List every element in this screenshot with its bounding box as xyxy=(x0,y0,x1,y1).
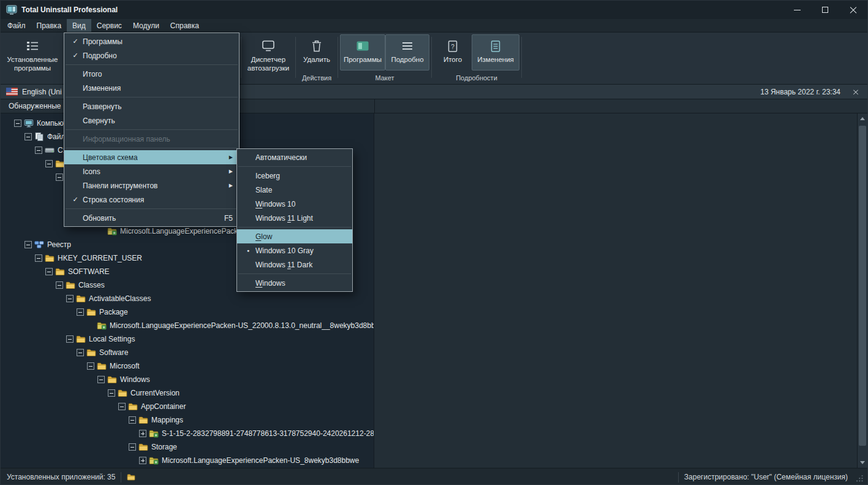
submenu-arrow-icon: ▶ xyxy=(222,183,233,188)
collapse-icon[interactable] xyxy=(56,281,63,289)
view-menu-item-changes[interactable]: Изменения xyxy=(64,81,239,95)
scheme-menu-separator xyxy=(238,227,351,227)
view-menu-item-status-bar[interactable]: ✓Строка состояния xyxy=(64,193,239,207)
view-menu-item-expand-all[interactable]: Развернуть xyxy=(64,99,239,113)
autorun-manager-button[interactable]: Диспетчер автозагрузки xyxy=(243,34,293,74)
view-menu-item-color-scheme[interactable]: Цветовая схема▶ xyxy=(64,150,239,164)
toolbar-group-installed: Установленные программы xyxy=(3,34,62,84)
scheme-menu-item-slate[interactable]: Slate xyxy=(237,183,352,197)
tree-row[interactable]: CurrentVersion xyxy=(1,386,374,400)
tree-row[interactable]: AppContainer xyxy=(1,400,374,413)
collapse-icon[interactable] xyxy=(77,349,84,356)
close-button[interactable] xyxy=(839,1,867,19)
view-menu-item-info-panel[interactable]: Информационная панель xyxy=(64,132,239,146)
tree-row[interactable]: Microsoft.LanguageExperiencePacken-US_22… xyxy=(1,319,374,332)
scrollbar-thumb[interactable] xyxy=(859,126,866,446)
tree-row[interactable]: S-1-15-2-2832798891-2748778613-317875294… xyxy=(1,427,374,440)
maximize-button[interactable] xyxy=(811,1,839,19)
vertical-scrollbar[interactable] xyxy=(857,113,867,468)
expand-icon[interactable] xyxy=(139,457,146,464)
tree-item-label: Microsoft.LanguageExperiencePack xyxy=(120,227,238,235)
language-selector[interactable]: English (Uni xyxy=(22,88,62,96)
toolbar-group-layout: Программы Подробно Макет xyxy=(340,34,429,84)
collapse-icon[interactable] xyxy=(45,268,53,275)
details-toggle-label: Подробно xyxy=(391,55,423,64)
infobar-close-button[interactable] xyxy=(850,86,861,97)
collapse-icon[interactable] xyxy=(97,376,105,383)
programs-toggle-button[interactable]: Программы xyxy=(340,34,385,71)
collapse-icon[interactable] xyxy=(14,120,21,127)
scheme-menu-item-label: Windows 11 Light xyxy=(255,214,339,223)
menubar-item-file[interactable]: Файл xyxy=(2,19,31,32)
menubar-item-tools[interactable]: Сервис xyxy=(91,19,127,32)
scheme-menu-item-iceberg[interactable]: Iceberg xyxy=(237,169,352,183)
collapse-icon[interactable] xyxy=(45,160,53,167)
menubar-item-edit[interactable]: Правка xyxy=(31,19,67,32)
tree-item-label: Local Settings xyxy=(89,335,135,343)
scheme-menu-item-glow[interactable]: Glow xyxy=(237,229,352,243)
collapse-icon[interactable] xyxy=(35,147,42,154)
resize-grip-icon[interactable] xyxy=(855,474,864,483)
scroll-down-button[interactable] xyxy=(858,457,867,468)
collapse-icon[interactable] xyxy=(129,443,136,451)
view-menu-item-toolbars[interactable]: Панели инструментов▶ xyxy=(64,178,239,193)
scheme-menu-item-windows-11-light[interactable]: Windows 11 Light xyxy=(237,211,352,225)
collapse-icon[interactable] xyxy=(87,362,94,370)
tree-row[interactable]: Windows xyxy=(1,373,374,386)
collapse-icon[interactable] xyxy=(56,174,63,181)
tree-row[interactable]: Microsoft xyxy=(1,359,374,373)
changes-toggle-button[interactable]: Изменения xyxy=(472,34,519,71)
collapse-icon[interactable] xyxy=(118,403,126,410)
monitor-datetime: 13 Январь 2022 г. 23:34 xyxy=(760,88,840,96)
total-doc-icon: ? xyxy=(447,38,458,54)
collapse-icon[interactable] xyxy=(77,308,84,316)
view-menu-item-programs[interactable]: ✓Программы xyxy=(64,34,239,48)
collapse-icon[interactable] xyxy=(129,416,136,424)
tree-row[interactable]: Package xyxy=(1,305,374,319)
scheme-menu-item-windows[interactable]: Windows xyxy=(237,276,352,290)
view-menu-item-details[interactable]: ✓Подробно xyxy=(64,48,239,63)
scheme-menu-item-label: Windows 10 xyxy=(255,200,339,208)
collapse-icon[interactable] xyxy=(108,389,115,397)
view-menu-item-icons[interactable]: Icons▶ xyxy=(64,164,239,178)
tree-item-label: Classes xyxy=(78,281,105,289)
details-toggle-button[interactable]: Подробно xyxy=(385,34,429,71)
collapse-icon[interactable] xyxy=(35,254,42,262)
view-menu-item-label: Свернуть xyxy=(83,116,225,125)
view-menu-item-total[interactable]: Итого xyxy=(64,67,239,81)
expand-icon[interactable] xyxy=(139,430,146,437)
menubar-item-modules[interactable]: Модули xyxy=(127,19,165,32)
drive-icon xyxy=(45,145,55,155)
installed-programs-button[interactable]: Установленные программы xyxy=(3,34,62,74)
scheme-menu-item-windows-11-dark[interactable]: Windows 11 Dark xyxy=(237,258,352,272)
total-toggle-button[interactable]: ? Итого xyxy=(434,34,472,71)
tree-row[interactable]: Mappings xyxy=(1,413,374,427)
view-menu-item-label: Изменения xyxy=(83,84,225,93)
collapse-icon[interactable] xyxy=(25,133,32,140)
scrollbar-track[interactable] xyxy=(858,124,867,457)
tree-row[interactable]: Storage xyxy=(1,440,374,454)
view-menu-item-collapse-all[interactable]: Свернуть xyxy=(64,113,239,128)
menubar-item-help[interactable]: Справка xyxy=(165,19,205,32)
tree-row[interactable]: Microsoft.LanguageExperiencePacken-US_8w… xyxy=(1,454,374,467)
view-menu-item-refresh[interactable]: ОбновитьF5 xyxy=(64,211,239,225)
scheme-menu-item-windows-10[interactable]: Windows 10 xyxy=(237,197,352,211)
svg-text:?: ? xyxy=(451,43,455,50)
view-menu-separator xyxy=(66,97,238,97)
scheme-menu-item-windows-10-gray[interactable]: ●Windows 10 Gray xyxy=(237,243,352,258)
tree-row[interactable]: ActivatableClasses xyxy=(1,292,374,305)
scheme-menu-item-automatic[interactable]: Автоматически xyxy=(237,150,352,164)
minimize-button[interactable] xyxy=(783,1,811,19)
collapse-icon[interactable] xyxy=(66,335,74,343)
collapse-icon[interactable] xyxy=(66,295,74,302)
delete-button[interactable]: Удалить xyxy=(298,34,336,71)
tree-row[interactable]: Software xyxy=(1,346,374,359)
scroll-up-button[interactable] xyxy=(858,113,867,124)
toolbar-group-label-empty xyxy=(243,74,293,84)
tree-row[interactable]: Local Settings xyxy=(1,332,374,346)
menubar-item-view[interactable]: Вид xyxy=(67,19,91,32)
statusbar-right: Зарегистрировано: "User" (Семейная лицен… xyxy=(673,472,864,483)
arrow-up-icon xyxy=(860,117,865,120)
delete-label: Удалить xyxy=(303,55,330,64)
collapse-icon[interactable] xyxy=(25,241,32,248)
